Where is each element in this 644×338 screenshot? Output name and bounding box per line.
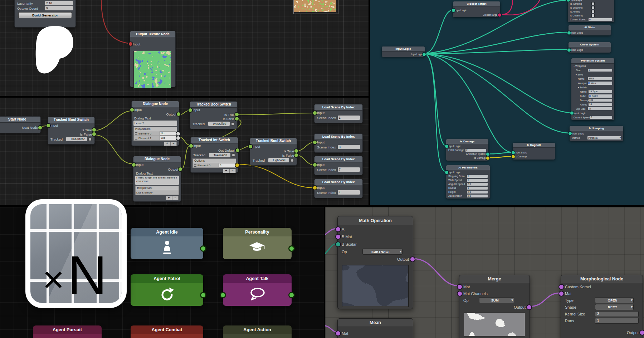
is-false-port[interactable] (234, 116, 239, 121)
remove-element-button[interactable]: − (170, 142, 177, 146)
node-tracked-bool-switch-1[interactable]: Tracked Bool Switch Input Is True Is Fal… (48, 117, 95, 144)
is-damage-port[interactable] (486, 156, 490, 160)
node-title[interactable]: Output Texture Node (130, 31, 175, 37)
list-item[interactable]: Element 1Yes (134, 136, 177, 141)
is-false-port[interactable] (294, 153, 299, 158)
input-port[interactable] (130, 107, 135, 112)
tracked-object-field[interactable]: WasKilled (208, 122, 230, 126)
node-title[interactable]: Load Scene By Index (314, 156, 362, 162)
node-output-texture[interactable]: Output Texture Node Input (130, 31, 176, 87)
current-speed-field[interactable]: 0 (589, 18, 612, 21)
object-picker-icon[interactable] (231, 122, 235, 126)
clip-size-field[interactable]: 12 (588, 107, 612, 110)
node-title[interactable]: Math Operation (338, 216, 413, 225)
size-field[interactable]: 1 (588, 69, 612, 72)
node-generator-settings[interactable]: Lacunarity 2.16 Octave Count 9 Build Gen… (14, 0, 76, 28)
dialog-text-field[interactable]: I need to get the artifact before I can … (135, 176, 179, 185)
input-logic-port[interactable] (568, 131, 572, 136)
node-ai-state[interactable]: AI State Input Logic (569, 25, 611, 35)
height-field[interactable]: 2.5 (467, 191, 488, 194)
node-title[interactable]: Input Logic (382, 46, 425, 52)
dialog-text-field[interactable]: Leave? (133, 121, 177, 126)
node-projectile-system[interactable]: Projectile System Weapons Size1 SMG Name… (571, 58, 614, 120)
node-agent-combat[interactable]: Agent Combat (131, 325, 203, 338)
input-logic-port[interactable] (444, 170, 449, 175)
node-tracked-bool-switch-2[interactable]: Tracked Bool Switch Input Is True Is Fal… (190, 101, 238, 129)
node-dialogue-2[interactable]: Dialogue Node Input Output Dialog Text I… (133, 156, 181, 202)
node-load-scene-2[interactable]: Load Scene By Index Input Scene Index3 (314, 133, 363, 153)
is-jumping-checkbox[interactable] (591, 2, 595, 5)
node-is-damage[interactable]: Is Damage Input Logic Fatal Damage2 Anim… (446, 139, 488, 161)
input-port[interactable] (312, 111, 317, 116)
node-title[interactable]: Merge (459, 275, 530, 283)
node-cover-system[interactable]: Cover System Input Logic (569, 42, 611, 53)
element-output-port[interactable] (235, 163, 240, 168)
object-picker-icon[interactable] (88, 137, 92, 141)
acceleration-field[interactable]: 2.5 (467, 195, 488, 197)
tracked-object-field[interactable]: TokensOff (209, 153, 230, 157)
input-port[interactable] (189, 143, 194, 148)
output-port[interactable] (526, 304, 532, 310)
element-value-field[interactable]: Yes (160, 136, 176, 140)
octave-count-field[interactable]: 9 (45, 6, 73, 10)
node-title[interactable]: Mean (338, 319, 413, 327)
node-personality[interactable]: Personality (223, 228, 292, 259)
damage-field[interactable]: 101 (589, 99, 612, 102)
is-damage-port[interactable] (511, 154, 516, 159)
input-port[interactable] (248, 144, 253, 149)
drag-handle-icon[interactable] (135, 132, 137, 135)
node-start[interactable]: Start Node Next Node (0, 116, 41, 133)
node-title[interactable]: Cover System (569, 42, 611, 47)
lacunarity-field[interactable]: 2.16 (45, 1, 73, 5)
b-scalar-port[interactable] (335, 241, 341, 247)
tracked-object-field[interactable]: LightWall (268, 158, 289, 162)
node-agent-talk[interactable]: Agent Talk (223, 274, 292, 306)
stopping-distance-field[interactable]: 1 (467, 175, 488, 178)
node-title[interactable]: Tracked Int Switch (191, 137, 238, 143)
inputlogic-output-port[interactable] (422, 52, 426, 57)
is-covering-checkbox[interactable] (591, 14, 595, 17)
op-dropdown[interactable]: SUM (479, 297, 514, 303)
fatal-damage-field[interactable]: 2 (465, 149, 486, 152)
node-title[interactable]: Projectile System (571, 58, 614, 64)
node-agent-idle[interactable]: Agent Idle (131, 228, 203, 259)
input-logic-port[interactable] (567, 48, 571, 52)
response-port[interactable] (176, 136, 181, 141)
output-port[interactable] (176, 112, 181, 117)
output-port[interactable] (288, 292, 295, 298)
scene-index-field[interactable]: 7 (338, 167, 360, 172)
node-load-scene-3[interactable]: Load Scene By Index Input Scene Index7 (314, 156, 363, 175)
node-load-scene-1[interactable]: Load Scene By Index Input Scene Index1 (314, 104, 363, 123)
input-logic-port[interactable] (570, 111, 574, 116)
output-port[interactable] (410, 256, 415, 262)
angular-speed-field[interactable]: 2.5 (467, 183, 488, 186)
drag-handle-icon[interactable] (194, 164, 196, 167)
node-title[interactable]: Dialogue Node (132, 101, 179, 107)
node-title[interactable]: Agent Talk (223, 274, 292, 283)
is-false-port[interactable] (92, 132, 97, 137)
node-title[interactable]: Load Scene By Index (314, 179, 362, 185)
input-port[interactable] (220, 292, 226, 298)
node-math-operation[interactable]: Math Operation A B Mat B Scalar OpSUBTRA… (337, 216, 413, 309)
scene-index-field[interactable]: 1 (338, 116, 360, 120)
weapon-object-field[interactable]: Wea (588, 82, 612, 85)
input-logic-port[interactable] (444, 144, 449, 148)
object-picker-icon[interactable] (231, 153, 235, 157)
object-picker-icon[interactable] (290, 158, 294, 162)
kernel-size-field[interactable]: 3 (595, 311, 639, 317)
node-agent-action[interactable]: Agent Action (223, 325, 292, 338)
node-load-scene-4[interactable]: Load Scene By Index Input Scene Index4 (314, 179, 363, 198)
input-port[interactable] (312, 162, 317, 167)
remove-element-button[interactable]: − (229, 169, 236, 173)
node-title[interactable]: AI Parameters (446, 165, 490, 170)
node-merge[interactable]: Merge Mat Mat Channels OpSUM Output (459, 275, 530, 338)
output-port[interactable] (200, 245, 206, 252)
b-mat-port[interactable] (335, 234, 341, 240)
node-mean[interactable]: Mean Mat (337, 318, 413, 338)
bullet-object-field[interactable]: Bullet (589, 94, 612, 98)
node-title[interactable]: Load Scene By Index (314, 134, 362, 140)
a-port[interactable] (335, 226, 341, 232)
remove-element-button[interactable]: − (172, 196, 179, 200)
output-port[interactable] (200, 292, 206, 298)
list-item[interactable]: Element 0No (134, 131, 177, 136)
